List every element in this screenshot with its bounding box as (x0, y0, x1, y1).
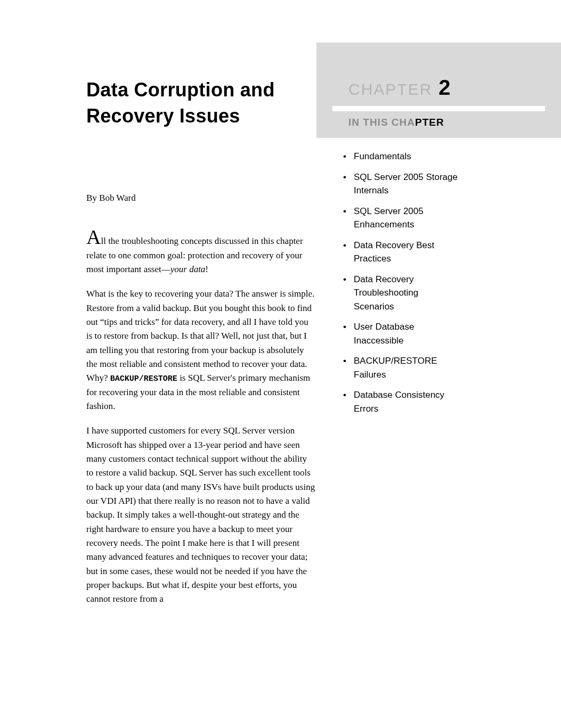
toc-item: BACKUP/RESTORE Failures (343, 354, 460, 381)
in-this-chapter-heading: IN THIS CHAPTER (332, 117, 545, 128)
toc-item: Data Recovery Troubleshooting Scenarios (343, 273, 460, 314)
intro-paragraph: All the troubleshooting concepts discuss… (86, 229, 315, 276)
byline: By Bob Ward (86, 193, 315, 203)
itc-suffix: PTER (415, 117, 444, 128)
chapter-header-box: CHAPTER 2 IN THIS CHAPTER (316, 43, 561, 138)
page-container: Data Corruption and Recovery Issues By B… (0, 0, 561, 617)
toc-item: SQL Server 2005 Storage Internals (343, 170, 460, 198)
p2-text-a: What is the key to recovering your data?… (86, 289, 314, 383)
toc-list: Fundamentals SQL Server 2005 Storage Int… (316, 138, 482, 415)
sidebar: CHAPTER 2 IN THIS CHAPTER Fundamentals S… (316, 43, 561, 422)
intro-em: your data (170, 264, 206, 274)
body-paragraph-3: I have supported customers for every SQL… (86, 424, 315, 606)
divider-line (332, 106, 545, 111)
toc-item: SQL Server 2005 Enhancements (343, 205, 460, 232)
chapter-header-row: CHAPTER 2 (332, 76, 545, 100)
chapter-number: 2 (438, 76, 450, 99)
toc-item: Fundamentals (343, 150, 460, 163)
toc-item: Database Consistency Errors (343, 388, 460, 415)
main-column: Data Corruption and Recovery Issues By B… (86, 77, 315, 617)
chapter-title: Data Corruption and Recovery Issues (86, 77, 315, 129)
toc-item: Data Recovery Best Practices (343, 239, 460, 266)
p2-mono: BACKUP/RESTORE (110, 374, 177, 383)
intro-text-end: ! (205, 264, 208, 274)
dropcap: A (86, 226, 101, 248)
chapter-label: CHAPTER (348, 80, 432, 99)
itc-prefix: IN THIS CHA (348, 117, 415, 128)
toc-item: User Database Inaccessible (343, 320, 460, 347)
body-paragraph-2: What is the key to recovering your data?… (86, 287, 315, 413)
